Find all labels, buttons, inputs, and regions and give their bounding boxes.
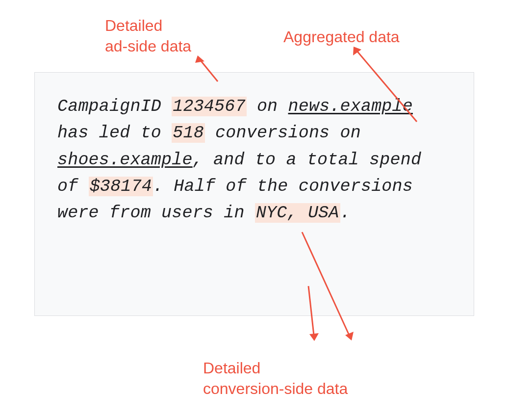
annotation-text-line1: Detailed bbox=[105, 17, 162, 34]
svg-marker-7 bbox=[309, 333, 319, 341]
svg-marker-1 bbox=[195, 55, 204, 63]
annotation-aggregated-data: Aggregated data bbox=[283, 27, 400, 48]
annotation-text-line2: conversion-side data bbox=[203, 380, 348, 397]
svg-marker-3 bbox=[353, 47, 361, 55]
text-segment: on bbox=[247, 97, 288, 116]
campaign-id-highlight: 1234567 bbox=[172, 97, 246, 116]
text-segment: has led to bbox=[57, 123, 172, 143]
ad-site-link: news.example bbox=[288, 97, 413, 116]
text-segment: CampaignID bbox=[57, 97, 172, 116]
svg-marker-5 bbox=[345, 332, 354, 341]
conversion-site-link: shoes.example bbox=[57, 150, 193, 170]
text-segment: . bbox=[340, 203, 351, 223]
spend-highlight: $38174 bbox=[89, 177, 153, 196]
text-segment: conversions on bbox=[205, 123, 361, 143]
annotation-detailed-conversion-side: Detailed conversion-side data bbox=[203, 358, 348, 399]
report-box: CampaignID 1234567 on news.example has l… bbox=[34, 72, 474, 316]
annotation-text-line2: ad-side data bbox=[105, 37, 191, 55]
annotation-detailed-ad-side: Detailed ad-side data bbox=[105, 16, 191, 56]
conversions-highlight: 518 bbox=[172, 123, 205, 143]
annotation-text-line1: Detailed bbox=[203, 359, 260, 377]
annotation-text: Aggregated data bbox=[283, 28, 400, 46]
location-highlight: NYC, USA bbox=[255, 203, 340, 223]
